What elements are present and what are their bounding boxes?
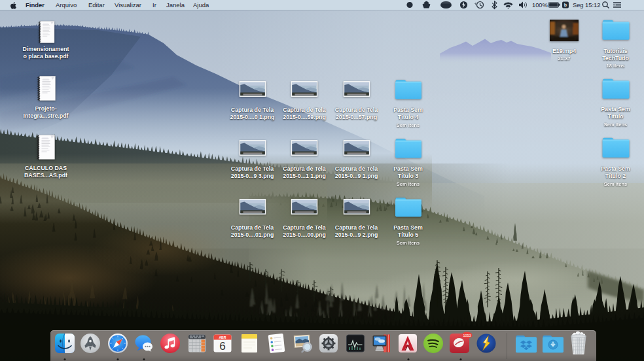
svg-text:100%: 100%: [532, 2, 548, 9]
svg-text:6: 6: [219, 340, 225, 352]
svg-text:b: b: [564, 3, 567, 7]
svg-text:ABR: ABR: [219, 335, 226, 339]
svg-text:1053: 1053: [463, 334, 471, 337]
svg-text:Seg 15:12: Seg 15:12: [573, 2, 600, 9]
